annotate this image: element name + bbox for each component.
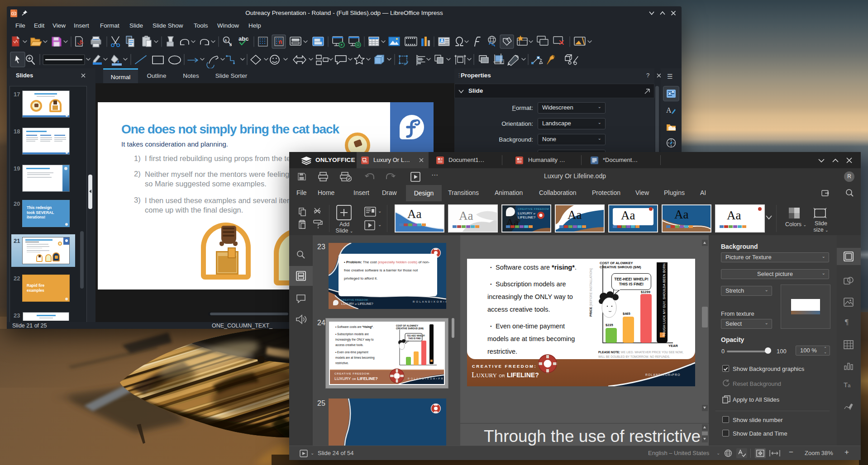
- svg-text:TEE-HEE! WHELP!: TEE-HEE! WHELP!: [407, 335, 425, 337]
- svg-text:d: d: [229, 43, 232, 47]
- svg-text:a: a: [224, 38, 227, 43]
- svg-text:A: A: [440, 38, 444, 43]
- svg-text:abc: abc: [238, 35, 248, 42]
- svg-text:A: A: [666, 106, 672, 114]
- svg-text:THIS IS FINE!: THIS IS FINE!: [408, 337, 421, 340]
